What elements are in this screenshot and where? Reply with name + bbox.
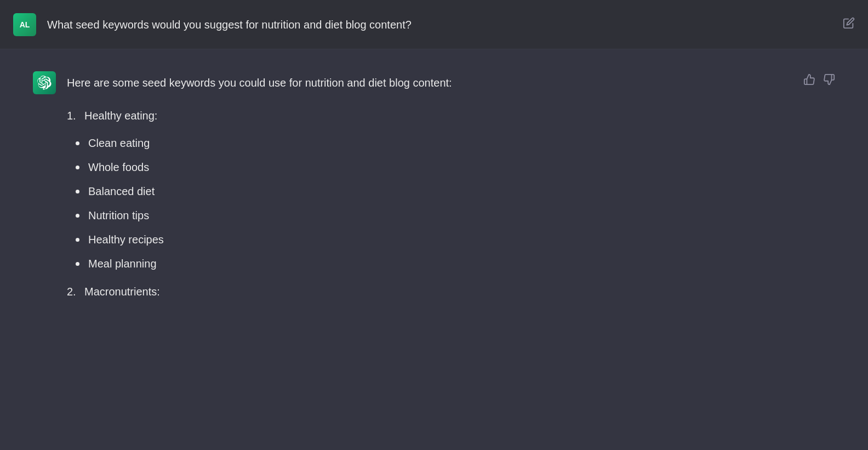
bullet-text: Meal planning: [88, 255, 157, 272]
list-item: Balanced diet: [76, 179, 835, 203]
response-content: 1. Healthy eating: Clean eating Whole fo…: [33, 110, 835, 298]
section-label-2: 2. Macronutrients:: [67, 286, 835, 298]
bullet-dot: [76, 262, 79, 266]
response-section: Here are some seed keywords you could us…: [0, 49, 868, 330]
bullet-text: Nutrition tips: [88, 207, 149, 224]
bullet-list-1: Clean eating Whole foods Balanced diet N…: [67, 131, 835, 276]
bullet-dot: [76, 238, 79, 242]
thumbs-up-icon[interactable]: [803, 73, 815, 88]
user-avatar: AL: [13, 13, 36, 36]
section-healthy-eating: 1. Healthy eating: Clean eating Whole fo…: [67, 110, 835, 276]
header-left: AL What seed keywords would you suggest …: [13, 13, 412, 36]
list-item: Healthy recipes: [76, 227, 835, 252]
list-item: Nutrition tips: [76, 203, 835, 227]
gpt-avatar: [33, 71, 56, 94]
bullet-dot: [76, 166, 79, 169]
list-item: Clean eating: [76, 131, 835, 155]
list-item: Meal planning: [76, 252, 835, 276]
bullet-dot: [76, 141, 79, 145]
edit-icon[interactable]: [843, 17, 855, 32]
bullet-text: Whole foods: [88, 158, 149, 176]
bullet-text: Healthy recipes: [88, 231, 164, 248]
list-item: Whole foods: [76, 155, 835, 179]
feedback-icons: [803, 71, 835, 88]
thumbs-down-icon[interactable]: [823, 73, 835, 88]
bullet-text: Clean eating: [88, 134, 150, 152]
response-header: Here are some seed keywords you could us…: [33, 71, 835, 94]
bullet-dot: [76, 190, 79, 193]
response-left: Here are some seed keywords you could us…: [33, 71, 452, 94]
response-intro: Here are some seed keywords you could us…: [67, 71, 452, 91]
header-bar: AL What seed keywords would you suggest …: [0, 0, 868, 49]
bullet-text: Balanced diet: [88, 183, 155, 200]
section-label-1: 1. Healthy eating:: [67, 110, 835, 122]
bullet-dot: [76, 214, 79, 218]
user-question: What seed keywords would you suggest for…: [47, 17, 412, 32]
section-macronutrients: 2. Macronutrients:: [67, 286, 835, 298]
